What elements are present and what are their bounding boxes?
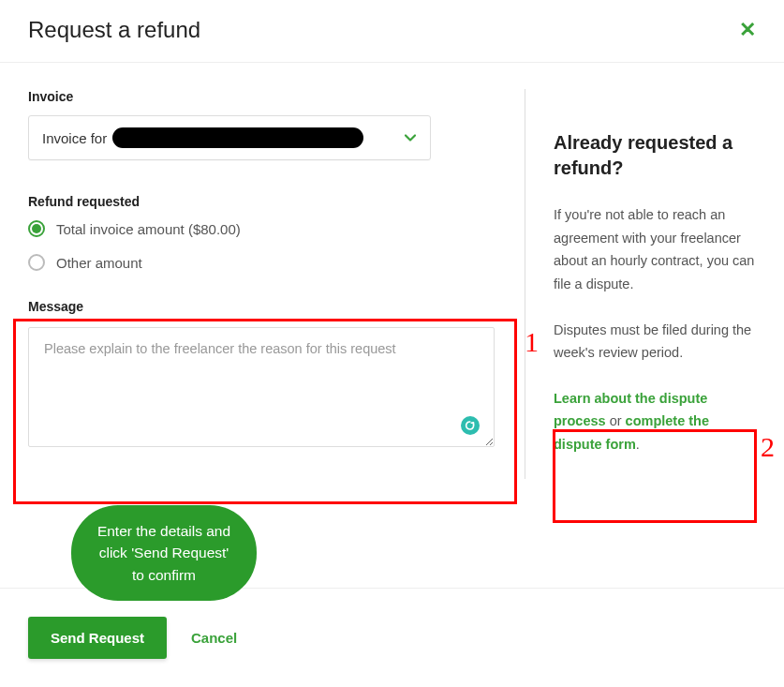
annotation-bubble: Enter the details and click 'Send Reques… xyxy=(71,505,257,601)
page-title: Request a refund xyxy=(28,17,200,43)
refund-amount-section: Refund requested Total invoice amount ($… xyxy=(28,194,515,271)
sidebar-mid-text: or xyxy=(606,413,626,428)
radio-icon xyxy=(28,254,45,271)
send-request-button[interactable]: Send Request xyxy=(28,617,167,659)
cancel-button[interactable]: Cancel xyxy=(191,630,237,646)
dialog-body: Invoice Invoice for Refund requested Tot… xyxy=(0,63,784,488)
message-section: Message xyxy=(28,299,515,450)
message-textarea[interactable] xyxy=(28,327,495,447)
radio-total-label: Total invoice amount ($80.00) xyxy=(56,221,241,237)
close-icon[interactable]: ✕ xyxy=(739,20,756,40)
sidebar-para-1: If you're not able to reach an agreement… xyxy=(554,203,756,296)
sidebar-title: Already requested a refund? xyxy=(554,130,756,181)
invoice-prefix: Invoice for xyxy=(42,130,107,146)
dialog-footer: Send Request Cancel xyxy=(0,588,784,687)
sidebar-para-2: Disputes must be filed during the week's… xyxy=(554,319,756,365)
redacted-text xyxy=(112,127,363,148)
message-label: Message xyxy=(28,299,515,314)
chevron-down-icon xyxy=(404,131,417,144)
radio-total-amount[interactable]: Total invoice amount ($80.00) xyxy=(28,220,515,237)
grammarly-icon[interactable] xyxy=(461,416,480,435)
invoice-label: Invoice xyxy=(28,89,515,104)
sidebar-column: Already requested a refund? If you're no… xyxy=(525,89,756,479)
form-column: Invoice Invoice for Refund requested Tot… xyxy=(28,89,525,479)
invoice-value: Invoice for xyxy=(42,127,363,148)
radio-other-amount[interactable]: Other amount xyxy=(28,254,515,271)
sidebar-end-text: . xyxy=(636,437,640,452)
sidebar-links-para: Learn about the dispute process or compl… xyxy=(554,387,756,456)
radio-other-label: Other amount xyxy=(56,255,142,271)
refund-label: Refund requested xyxy=(28,194,515,209)
dialog-header: Request a refund ✕ xyxy=(0,0,784,63)
radio-icon xyxy=(28,220,45,237)
invoice-select[interactable]: Invoice for xyxy=(28,115,431,160)
